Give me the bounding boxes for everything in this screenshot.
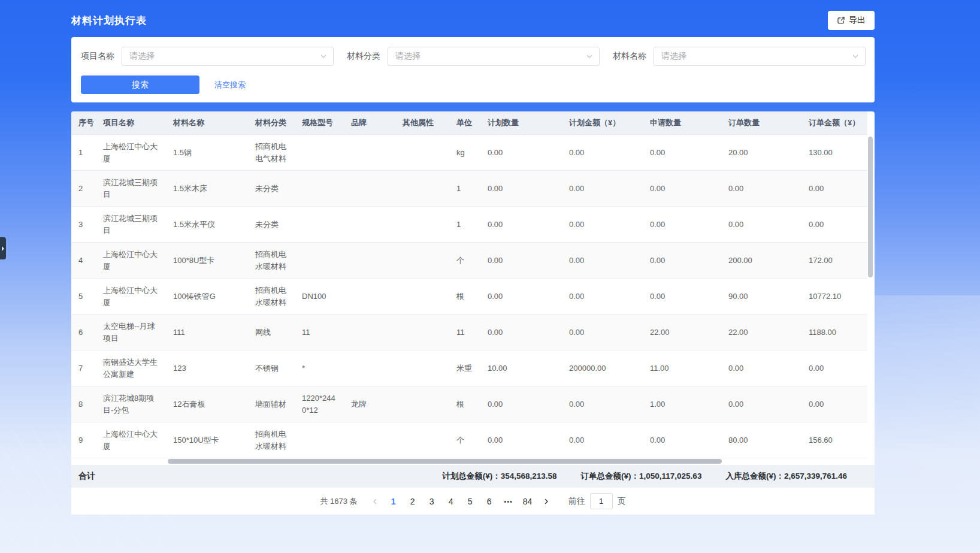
search-button[interactable]: 搜索 bbox=[81, 75, 199, 94]
table-row: 7南钢盛达大学生公寓新建123不锈钢*米重10.00200000.0011.00… bbox=[71, 350, 867, 386]
chevron-down-icon bbox=[586, 53, 593, 60]
table-cell: 1.5米水平仪 bbox=[166, 207, 248, 243]
vertical-scrollbar-thumb[interactable] bbox=[868, 137, 873, 277]
table-cell: 22.00 bbox=[643, 315, 721, 350]
column-header: 计划数量 bbox=[480, 111, 562, 135]
page-button-3[interactable]: 3 bbox=[422, 492, 441, 510]
table-cell bbox=[344, 207, 395, 243]
table-row: 1上海松江中心大厦1.5钢招商机电电气材料kg0.000.000.0020.00… bbox=[71, 135, 867, 171]
table-cell: 根 bbox=[449, 386, 480, 422]
table-cell: 20.00 bbox=[721, 135, 801, 171]
table-header-row: 序号项目名称材料名称材料分类规格型号品牌其他属性单位计划数量计划金额（¥）申请数… bbox=[71, 111, 867, 135]
table-cell: 0.00 bbox=[562, 207, 643, 243]
table-cell bbox=[395, 243, 449, 279]
table-cell: 9 bbox=[71, 422, 96, 458]
table-cell bbox=[295, 171, 344, 207]
table-cell: 招商机电水暖材料 bbox=[248, 422, 295, 458]
table-cell: 0.00 bbox=[480, 243, 562, 279]
table-cell bbox=[395, 350, 449, 386]
page-button-last[interactable]: 84 bbox=[518, 492, 537, 510]
page-button-6[interactable]: 6 bbox=[480, 492, 499, 510]
filter-select-placeholder: 请选择 bbox=[661, 51, 686, 62]
filter-fields: 项目名称 请选择 材料分类 请选择 材料名称 请选择 bbox=[81, 47, 865, 66]
table-cell bbox=[295, 135, 344, 171]
filter-select[interactable]: 请选择 bbox=[654, 47, 866, 66]
table-cell: 7 bbox=[71, 350, 96, 386]
column-header: 序号 bbox=[71, 111, 96, 135]
table-cell bbox=[344, 350, 395, 386]
filter-select[interactable]: 请选择 bbox=[122, 47, 334, 66]
table-cell: 太空电梯--月球项目 bbox=[96, 315, 166, 350]
next-page-button[interactable] bbox=[537, 492, 555, 510]
table-cell: 100*8U型卡 bbox=[166, 243, 248, 279]
table-cell: 0.00 bbox=[643, 279, 721, 315]
table-cell: 滨江花城三期项目 bbox=[96, 207, 166, 243]
horizontal-scrollbar-thumb[interactable] bbox=[168, 459, 722, 464]
table-cell: 1 bbox=[71, 135, 96, 171]
table-cell bbox=[395, 207, 449, 243]
page-button-4[interactable]: 4 bbox=[441, 492, 461, 510]
table-cell: 0.00 bbox=[480, 135, 562, 171]
filter-select-placeholder: 请选择 bbox=[129, 51, 155, 62]
table-row: 5上海松江中心大厦100铸铁管G招商机电水暖材料DN100根0.000.000.… bbox=[71, 279, 867, 315]
table-cell: 0.00 bbox=[721, 207, 801, 243]
goto-unit-label: 页 bbox=[618, 496, 626, 507]
table-cell: 12石膏板 bbox=[166, 386, 248, 422]
table-cell: 1.5米木床 bbox=[166, 171, 248, 207]
table-cell: 0.00 bbox=[562, 171, 643, 207]
filter-field-3: 材料名称 请选择 bbox=[613, 47, 866, 66]
summary-row: 合计 计划总金额(¥)：354,568,213.58订单总金额(¥)：1,050… bbox=[71, 465, 875, 488]
pagination-ellipsis[interactable]: ••• bbox=[499, 498, 518, 505]
table-cell: 0.00 bbox=[562, 279, 643, 315]
table-cell: * bbox=[295, 350, 344, 386]
table-cell: 上海松江中心大厦 bbox=[96, 135, 166, 171]
table-cell bbox=[344, 243, 395, 279]
table-cell: 4 bbox=[71, 243, 96, 279]
filter-select[interactable]: 请选择 bbox=[388, 47, 600, 66]
table-cell bbox=[395, 135, 449, 171]
table-cell: 200000.00 bbox=[562, 350, 643, 386]
table-cell: 个 bbox=[449, 422, 480, 458]
page-button-5[interactable]: 5 bbox=[461, 492, 480, 510]
table-cell: 0.00 bbox=[562, 386, 643, 422]
column-header: 订单金额（¥） bbox=[801, 111, 867, 135]
table-cell: 2 bbox=[71, 171, 96, 207]
table-cell: 米重 bbox=[449, 350, 480, 386]
clear-search-link[interactable]: 清空搜索 bbox=[214, 80, 246, 90]
column-header: 订单数量 bbox=[721, 111, 801, 135]
table-cell: 0.00 bbox=[480, 207, 562, 243]
page-header: 材料计划执行表 导出 bbox=[71, 0, 875, 37]
table-cell bbox=[395, 422, 449, 458]
table-cell: 墙面辅材 bbox=[248, 386, 295, 422]
column-header: 材料分类 bbox=[248, 111, 295, 135]
table-row: 4上海松江中心大厦100*8U型卡招商机电水暖材料个0.000.000.0020… bbox=[71, 243, 867, 279]
table-cell bbox=[344, 422, 395, 458]
sidebar-collapse-handle[interactable] bbox=[0, 237, 6, 259]
column-header: 品牌 bbox=[344, 111, 395, 135]
table-row: 8滨江花城8期项目-分包12石膏板墙面辅材1220*2440*12龙牌根0.00… bbox=[71, 386, 867, 422]
table-cell: 0.00 bbox=[480, 279, 562, 315]
table-cell: 0.00 bbox=[721, 350, 801, 386]
table-cell: 0.00 bbox=[480, 171, 562, 207]
table-cell: 0.00 bbox=[480, 422, 562, 458]
table-cell: DN100 bbox=[295, 279, 344, 315]
summary-total-label: 合计 bbox=[78, 471, 95, 482]
export-button[interactable]: 导出 bbox=[828, 11, 875, 30]
page-button-1[interactable]: 1 bbox=[384, 492, 403, 510]
column-header: 其他属性 bbox=[395, 111, 449, 135]
table-cell: 招商机电电气材料 bbox=[248, 135, 295, 171]
goto-page-input[interactable] bbox=[590, 493, 613, 509]
column-header: 材料名称 bbox=[166, 111, 248, 135]
horizontal-scrollbar bbox=[71, 458, 875, 465]
pagination: 共 1673 条 123456 ••• 84 前往 页 bbox=[71, 488, 875, 515]
table-row: 6太空电梯--月球项目111网线11110.000.0022.0022.0011… bbox=[71, 315, 867, 350]
table-row: 3滨江花城三期项目1.5米水平仪未分类10.000.000.000.000.00 bbox=[71, 207, 867, 243]
page-button-2[interactable]: 2 bbox=[403, 492, 422, 510]
pagination-total: 共 1673 条 bbox=[320, 496, 357, 507]
table-cell: 0.00 bbox=[801, 207, 867, 243]
column-header: 计划金额（¥） bbox=[562, 111, 643, 135]
table-cell: 80.00 bbox=[721, 422, 801, 458]
table-cell bbox=[395, 315, 449, 350]
prev-page-button[interactable] bbox=[366, 492, 384, 510]
table-cell: 0.00 bbox=[562, 135, 643, 171]
